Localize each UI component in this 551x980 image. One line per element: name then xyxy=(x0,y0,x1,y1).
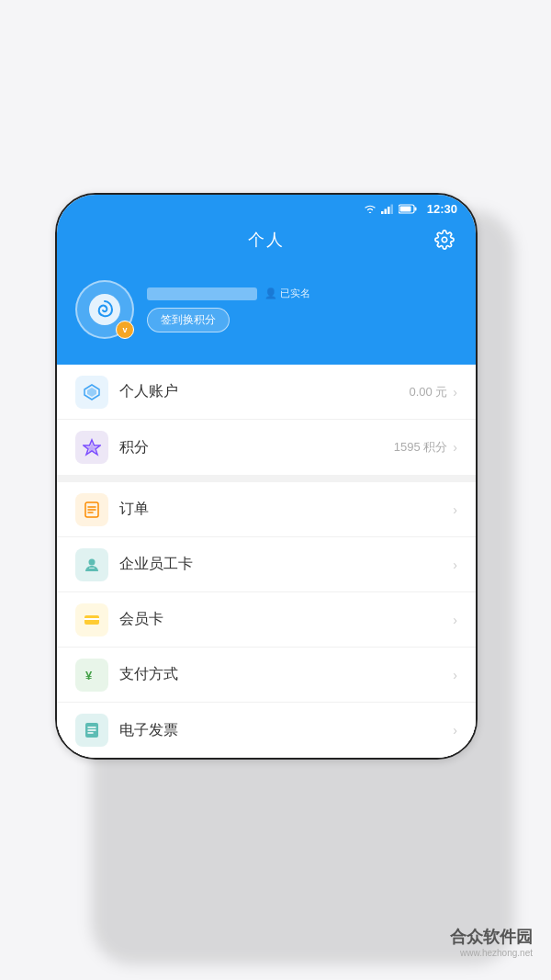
invoice-icon-wrap xyxy=(75,714,108,747)
app-header: 个人 xyxy=(57,220,476,271)
account-label: 个人账户 xyxy=(119,382,409,401)
svg-marker-9 xyxy=(87,388,96,397)
points-icon-wrap xyxy=(75,431,108,464)
header-title: 个人 xyxy=(101,229,432,251)
svg-rect-17 xyxy=(89,568,95,569)
menu-item-payment[interactable]: ¥ 支付方式 › xyxy=(57,648,476,703)
svg-text:¥: ¥ xyxy=(85,669,93,682)
person-icon: 👤 xyxy=(264,287,277,299)
points-label: 积分 xyxy=(119,438,394,457)
watermark: 合众软件园 www.hezhong.net xyxy=(450,926,533,958)
svg-rect-1 xyxy=(384,209,387,215)
employee-card-chevron: › xyxy=(453,558,457,572)
menu-group-1: 个人账户 0.00 元 › 积分 1595 积分 › xyxy=(57,365,476,475)
wifi-icon xyxy=(364,204,377,214)
invoice-chevron: › xyxy=(453,723,457,738)
menu-item-points[interactable]: 积分 1595 积分 › xyxy=(57,420,476,475)
svg-point-16 xyxy=(89,558,96,565)
points-value: 1595 积分 xyxy=(394,439,448,456)
user-section: v 👤 已实名 签到换积分 xyxy=(57,271,476,365)
payment-label: 支付方式 xyxy=(119,665,453,684)
membership-chevron: › xyxy=(453,613,457,627)
svg-rect-3 xyxy=(390,205,393,215)
battery-icon xyxy=(399,204,417,214)
signal-icon xyxy=(381,204,394,214)
svg-rect-5 xyxy=(414,208,416,211)
user-info: 👤 已实名 签到换积分 xyxy=(147,287,457,332)
menu-group-2: 订单 › 企业员工卡 › xyxy=(57,482,476,758)
status-time: 12:30 xyxy=(427,202,457,216)
account-value: 0.00 元 xyxy=(409,384,447,400)
settings-button[interactable] xyxy=(432,227,457,253)
vip-badge: v xyxy=(116,321,134,339)
menu-divider-1 xyxy=(57,475,476,482)
watermark-main-text: 合众软件园 xyxy=(450,926,533,948)
points-chevron: › xyxy=(453,440,457,455)
svg-rect-6 xyxy=(399,207,410,212)
employee-card-label: 企业员工卡 xyxy=(119,555,453,574)
points-icon xyxy=(83,438,101,456)
membership-label: 会员卡 xyxy=(119,610,453,629)
menu-item-membership[interactable]: 会员卡 › xyxy=(57,592,476,648)
invoice-label: 电子发票 xyxy=(119,721,453,740)
account-chevron: › xyxy=(453,385,457,400)
svg-rect-0 xyxy=(381,211,384,214)
payment-icon: ¥ xyxy=(83,666,101,684)
account-icon-wrap xyxy=(75,376,108,409)
menu-item-account[interactable]: 个人账户 0.00 元 › xyxy=(57,365,476,420)
avatar-wrapper: v xyxy=(75,280,134,339)
svg-rect-2 xyxy=(388,207,390,214)
employee-icon xyxy=(83,556,101,574)
employee-icon-wrap xyxy=(75,548,108,581)
svg-point-7 xyxy=(89,294,120,325)
membership-icon xyxy=(83,611,101,629)
order-icon xyxy=(83,501,101,519)
membership-icon-wrap xyxy=(75,603,108,636)
menu-item-order[interactable]: 订单 › xyxy=(57,482,476,537)
settings-icon xyxy=(434,230,455,250)
account-icon xyxy=(83,383,101,401)
order-chevron: › xyxy=(453,502,457,517)
user-name-blur xyxy=(147,287,257,300)
checkin-button[interactable]: 签到换积分 xyxy=(147,308,230,332)
phone-mockup: 12:30 个人 xyxy=(55,193,496,760)
menu-item-employee-card[interactable]: 企业员工卡 › xyxy=(57,537,476,592)
verified-text: 已实名 xyxy=(280,287,310,300)
invoice-icon xyxy=(83,721,101,739)
status-bar: 12:30 xyxy=(57,195,476,220)
payment-icon-wrap: ¥ xyxy=(75,659,108,692)
menu-list: 个人账户 0.00 元 › 积分 1595 积分 › xyxy=(57,365,476,758)
app-logo-icon xyxy=(87,292,122,327)
payment-chevron: › xyxy=(453,668,457,682)
order-label: 订单 xyxy=(119,500,453,519)
verified-badge: 👤 已实名 xyxy=(264,287,310,300)
order-icon-wrap xyxy=(75,493,108,526)
watermark-sub-text: www.hezhong.net xyxy=(450,948,533,958)
menu-item-invoice[interactable]: 电子发票 › xyxy=(57,703,476,758)
